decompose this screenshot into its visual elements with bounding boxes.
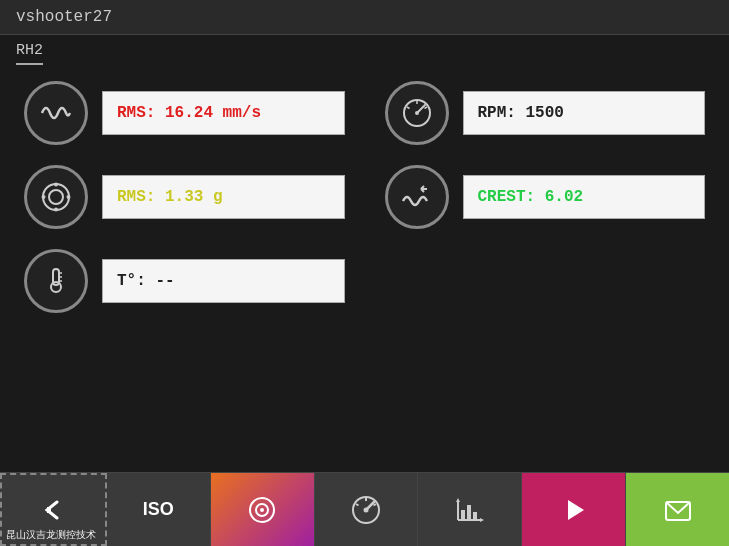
temperature-value: T°: -- — [102, 259, 345, 303]
svg-rect-29 — [461, 510, 465, 520]
toolbar: 昆山汉吉龙测控技术 ISO — [0, 472, 729, 546]
rpm-value: RPM: 1500 — [463, 91, 706, 135]
iso-button[interactable]: ISO — [107, 473, 211, 546]
svg-line-26 — [356, 504, 359, 506]
section-label: RH2 — [16, 42, 43, 59]
rms-velocity-text: RMS: 16.24 mm/s — [117, 104, 261, 122]
svg-point-8 — [54, 183, 58, 187]
svg-marker-32 — [568, 500, 584, 520]
svg-point-10 — [42, 195, 46, 199]
rms-accel-text: RMS: 1.33 g — [117, 188, 223, 206]
svg-point-9 — [54, 208, 58, 212]
metric-rms-accel: RMS: 1.33 g — [24, 165, 345, 229]
header: vshooter27 — [0, 0, 729, 35]
crest-waveform-icon — [385, 165, 449, 229]
svg-point-20 — [260, 508, 264, 512]
rms-accel-value: RMS: 1.33 g — [102, 175, 345, 219]
svg-rect-30 — [467, 505, 471, 520]
rms-velocity-value: RMS: 16.24 mm/s — [102, 91, 345, 135]
save-button[interactable] — [626, 473, 729, 546]
iso-label: ISO — [143, 499, 174, 520]
metric-crest: CREST: 6.02 — [385, 165, 706, 229]
svg-point-7 — [49, 190, 63, 204]
subheader-wrap: RH2 — [0, 35, 729, 65]
svg-rect-17 — [47, 507, 51, 513]
waveform-icon — [24, 81, 88, 145]
app-title: vshooter27 — [16, 8, 112, 26]
subheader: RH2 — [16, 41, 43, 65]
svg-point-13 — [51, 282, 61, 292]
gauge-button[interactable] — [315, 473, 419, 546]
metric-rms-velocity: RMS: 16.24 mm/s — [24, 81, 345, 145]
svg-line-25 — [374, 504, 377, 506]
thermometer-icon — [24, 249, 88, 313]
footer-chinese: 昆山汉吉龙测控技术 — [6, 528, 96, 542]
chart-button[interactable] — [418, 473, 522, 546]
play-button[interactable] — [522, 473, 626, 546]
metric-rpm: RPM: 1500 — [385, 81, 706, 145]
svg-line-2 — [424, 107, 427, 109]
metric-temperature: T°: -- — [24, 249, 345, 313]
back-button[interactable]: 昆山汉吉龙测控技术 — [0, 473, 107, 546]
target-button[interactable] — [211, 473, 315, 546]
metrics-grid: RMS: 16.24 mm/s RPM: 1500 — [0, 65, 729, 329]
svg-line-3 — [407, 107, 410, 109]
bearing-icon — [24, 165, 88, 229]
svg-point-5 — [415, 111, 419, 115]
rpm-text: RPM: 1500 — [478, 104, 564, 122]
crest-value: CREST: 6.02 — [463, 175, 706, 219]
svg-point-6 — [43, 184, 69, 210]
speedometer-icon — [385, 81, 449, 145]
svg-point-23 — [364, 507, 369, 512]
svg-rect-31 — [473, 512, 477, 520]
temperature-text: T°: -- — [117, 272, 175, 290]
svg-point-11 — [67, 195, 71, 199]
crest-text: CREST: 6.02 — [478, 188, 584, 206]
